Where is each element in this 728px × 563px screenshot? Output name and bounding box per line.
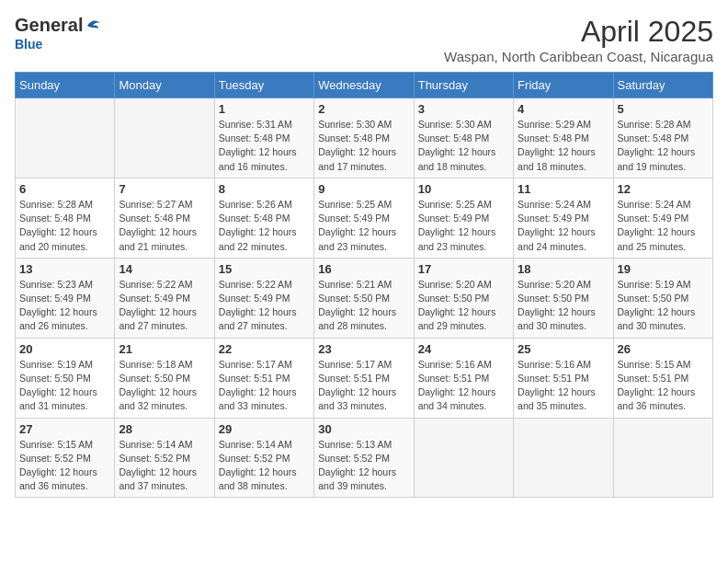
calendar-cell: 11Sunrise: 5:24 AMSunset: 5:49 PMDayligh… <box>514 178 613 258</box>
calendar-cell: 27Sunrise: 5:15 AMSunset: 5:52 PMDayligh… <box>16 418 115 498</box>
day-number: 14 <box>119 262 210 276</box>
calendar-cell: 16Sunrise: 5:21 AMSunset: 5:50 PMDayligh… <box>314 258 414 338</box>
weekday-header-saturday: Saturday <box>613 73 712 98</box>
day-number: 22 <box>219 342 310 356</box>
day-detail: Sunrise: 5:15 AMSunset: 5:51 PMDaylight:… <box>618 358 709 414</box>
day-detail: Sunrise: 5:18 AMSunset: 5:50 PMDaylight:… <box>119 358 210 414</box>
page-header: General Blue April 2025 Waspan, North Ca… <box>15 15 713 64</box>
calendar-cell: 3Sunrise: 5:30 AMSunset: 5:48 PMDaylight… <box>414 98 513 178</box>
calendar-cell: 6Sunrise: 5:28 AMSunset: 5:48 PMDaylight… <box>16 178 115 258</box>
weekday-header-thursday: Thursday <box>414 73 513 98</box>
day-number: 7 <box>119 182 210 196</box>
day-detail: Sunrise: 5:23 AMSunset: 5:49 PMDaylight:… <box>19 278 110 334</box>
day-detail: Sunrise: 5:31 AMSunset: 5:48 PMDaylight:… <box>219 118 310 174</box>
day-detail: Sunrise: 5:20 AMSunset: 5:50 PMDaylight:… <box>518 278 609 334</box>
day-detail: Sunrise: 5:29 AMSunset: 5:48 PMDaylight:… <box>518 118 609 174</box>
day-number: 29 <box>219 422 310 436</box>
calendar-week-2: 6Sunrise: 5:28 AMSunset: 5:48 PMDaylight… <box>16 178 713 258</box>
day-number: 2 <box>318 102 409 116</box>
day-detail: Sunrise: 5:20 AMSunset: 5:50 PMDaylight:… <box>418 278 509 334</box>
calendar-cell: 21Sunrise: 5:18 AMSunset: 5:50 PMDayligh… <box>115 338 214 418</box>
day-detail: Sunrise: 5:28 AMSunset: 5:48 PMDaylight:… <box>19 198 110 254</box>
day-detail: Sunrise: 5:15 AMSunset: 5:52 PMDaylight:… <box>19 438 110 494</box>
day-number: 17 <box>418 262 509 276</box>
day-number: 8 <box>219 182 310 196</box>
day-number: 19 <box>618 262 709 276</box>
day-detail: Sunrise: 5:25 AMSunset: 5:49 PMDaylight:… <box>418 198 509 254</box>
day-detail: Sunrise: 5:25 AMSunset: 5:49 PMDaylight:… <box>318 198 409 254</box>
day-number: 3 <box>418 102 509 116</box>
day-detail: Sunrise: 5:26 AMSunset: 5:48 PMDaylight:… <box>219 198 310 254</box>
calendar-week-1: 1Sunrise: 5:31 AMSunset: 5:48 PMDaylight… <box>16 98 713 178</box>
day-number: 28 <box>119 422 210 436</box>
day-detail: Sunrise: 5:17 AMSunset: 5:51 PMDaylight:… <box>318 358 409 414</box>
day-detail: Sunrise: 5:14 AMSunset: 5:52 PMDaylight:… <box>219 438 310 494</box>
calendar-cell <box>115 98 214 178</box>
title-area: April 2025 Waspan, North Caribbean Coast… <box>444 15 713 64</box>
day-detail: Sunrise: 5:30 AMSunset: 5:48 PMDaylight:… <box>318 118 409 174</box>
calendar-cell: 20Sunrise: 5:19 AMSunset: 5:50 PMDayligh… <box>16 338 115 418</box>
day-number: 24 <box>418 342 509 356</box>
calendar-week-4: 20Sunrise: 5:19 AMSunset: 5:50 PMDayligh… <box>16 338 713 418</box>
day-number: 23 <box>318 342 409 356</box>
day-number: 5 <box>618 102 709 116</box>
calendar-cell: 2Sunrise: 5:30 AMSunset: 5:48 PMDaylight… <box>314 98 414 178</box>
day-number: 13 <box>19 262 110 276</box>
day-detail: Sunrise: 5:24 AMSunset: 5:49 PMDaylight:… <box>618 198 709 254</box>
day-detail: Sunrise: 5:22 AMSunset: 5:49 PMDaylight:… <box>119 278 210 334</box>
calendar-cell: 9Sunrise: 5:25 AMSunset: 5:49 PMDaylight… <box>314 178 414 258</box>
day-number: 10 <box>418 182 509 196</box>
day-number: 12 <box>618 182 709 196</box>
day-number: 27 <box>19 422 110 436</box>
calendar-table: SundayMondayTuesdayWednesdayThursdayFrid… <box>15 72 713 498</box>
calendar-cell: 17Sunrise: 5:20 AMSunset: 5:50 PMDayligh… <box>414 258 513 338</box>
weekday-header-tuesday: Tuesday <box>214 73 313 98</box>
day-number: 30 <box>318 422 409 436</box>
location-subtitle: Waspan, North Caribbean Coast, Nicaragua <box>444 49 713 64</box>
day-number: 11 <box>518 182 609 196</box>
day-number: 25 <box>518 342 609 356</box>
day-detail: Sunrise: 5:19 AMSunset: 5:50 PMDaylight:… <box>19 358 110 414</box>
day-number: 15 <box>219 262 310 276</box>
calendar-cell: 19Sunrise: 5:19 AMSunset: 5:50 PMDayligh… <box>613 258 712 338</box>
day-number: 20 <box>19 342 110 356</box>
day-detail: Sunrise: 5:17 AMSunset: 5:51 PMDaylight:… <box>219 358 310 414</box>
calendar-cell: 5Sunrise: 5:28 AMSunset: 5:48 PMDaylight… <box>613 98 712 178</box>
calendar-cell: 10Sunrise: 5:25 AMSunset: 5:49 PMDayligh… <box>414 178 513 258</box>
weekday-header-monday: Monday <box>115 73 214 98</box>
calendar-cell: 13Sunrise: 5:23 AMSunset: 5:49 PMDayligh… <box>16 258 115 338</box>
calendar-cell: 25Sunrise: 5:16 AMSunset: 5:51 PMDayligh… <box>514 338 613 418</box>
calendar-cell: 28Sunrise: 5:14 AMSunset: 5:52 PMDayligh… <box>115 418 214 498</box>
day-detail: Sunrise: 5:28 AMSunset: 5:48 PMDaylight:… <box>618 118 709 174</box>
day-detail: Sunrise: 5:30 AMSunset: 5:48 PMDaylight:… <box>418 118 509 174</box>
calendar-cell: 7Sunrise: 5:27 AMSunset: 5:48 PMDaylight… <box>115 178 214 258</box>
calendar-cell: 14Sunrise: 5:22 AMSunset: 5:49 PMDayligh… <box>115 258 214 338</box>
calendar-cell: 12Sunrise: 5:24 AMSunset: 5:49 PMDayligh… <box>613 178 712 258</box>
calendar-cell: 4Sunrise: 5:29 AMSunset: 5:48 PMDaylight… <box>514 98 613 178</box>
calendar-cell: 23Sunrise: 5:17 AMSunset: 5:51 PMDayligh… <box>314 338 414 418</box>
calendar-cell: 8Sunrise: 5:26 AMSunset: 5:48 PMDaylight… <box>214 178 313 258</box>
day-detail: Sunrise: 5:13 AMSunset: 5:52 PMDaylight:… <box>318 438 409 494</box>
weekday-header-wednesday: Wednesday <box>314 73 414 98</box>
calendar-cell: 18Sunrise: 5:20 AMSunset: 5:50 PMDayligh… <box>514 258 613 338</box>
logo-bird-icon <box>85 17 101 34</box>
calendar-cell <box>16 98 115 178</box>
weekday-header-sunday: Sunday <box>16 73 115 98</box>
calendar-cell <box>613 418 712 498</box>
calendar-cell: 22Sunrise: 5:17 AMSunset: 5:51 PMDayligh… <box>214 338 313 418</box>
day-detail: Sunrise: 5:16 AMSunset: 5:51 PMDaylight:… <box>418 358 509 414</box>
calendar-cell: 26Sunrise: 5:15 AMSunset: 5:51 PMDayligh… <box>613 338 712 418</box>
month-year-title: April 2025 <box>444 15 713 49</box>
calendar-cell: 29Sunrise: 5:14 AMSunset: 5:52 PMDayligh… <box>214 418 313 498</box>
day-detail: Sunrise: 5:16 AMSunset: 5:51 PMDaylight:… <box>518 358 609 414</box>
calendar-cell <box>514 418 613 498</box>
calendar-week-5: 27Sunrise: 5:15 AMSunset: 5:52 PMDayligh… <box>16 418 713 498</box>
day-detail: Sunrise: 5:27 AMSunset: 5:48 PMDaylight:… <box>119 198 210 254</box>
day-number: 16 <box>318 262 409 276</box>
day-detail: Sunrise: 5:22 AMSunset: 5:49 PMDaylight:… <box>219 278 310 334</box>
calendar-cell: 24Sunrise: 5:16 AMSunset: 5:51 PMDayligh… <box>414 338 513 418</box>
calendar-cell: 30Sunrise: 5:13 AMSunset: 5:52 PMDayligh… <box>314 418 414 498</box>
logo-general-text: General <box>15 15 83 36</box>
calendar-cell <box>414 418 513 498</box>
calendar-header-row: SundayMondayTuesdayWednesdayThursdayFrid… <box>16 73 713 98</box>
